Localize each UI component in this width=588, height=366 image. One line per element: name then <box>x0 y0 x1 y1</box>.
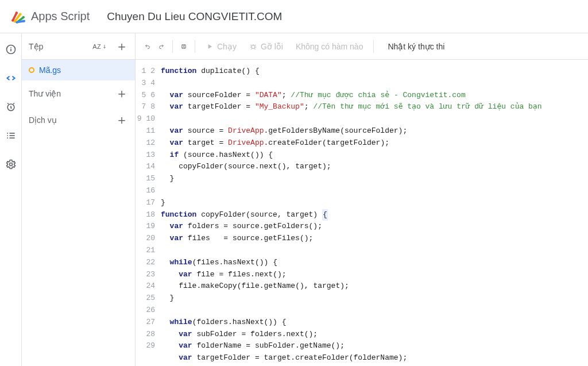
svg-point-3 <box>22 16 25 18</box>
product-logo[interactable]: Apps Script <box>10 9 90 24</box>
rail-executions[interactable] <box>3 128 19 144</box>
save-button[interactable] <box>179 41 189 52</box>
svg-point-15 <box>9 163 12 166</box>
files-sidebar: Tệp AZ ＋ Mã.gs Thư viện ＋ Dịch vụ ＋ <box>22 33 136 366</box>
redo-button[interactable] <box>156 41 167 52</box>
rail-editor[interactable] <box>3 70 19 86</box>
run-label: Chạy <box>217 42 237 51</box>
svg-point-7 <box>10 47 11 48</box>
apps-script-logo-icon <box>10 9 25 24</box>
debug-label: Gỡ lỗi <box>261 42 283 51</box>
sidebar-files-label: Tệp <box>29 42 43 51</box>
app-header: Apps Script Chuyen Du Lieu CONGVIETIT.CO… <box>0 0 588 33</box>
debug-button[interactable]: Gỡ lỗi <box>245 40 288 53</box>
svg-point-4 <box>23 20 25 22</box>
svg-point-0 <box>11 19 14 21</box>
function-select-label: Không có hàm nào <box>296 42 363 51</box>
code-icon <box>5 72 17 84</box>
rail-triggers[interactable] <box>3 99 19 115</box>
svg-point-2 <box>19 13 21 15</box>
svg-point-17 <box>252 45 255 48</box>
file-name: Mã.gs <box>39 66 61 75</box>
line-gutter: 1 2 3 4 5 6 7 8 9 10 11 12 13 14 15 16 1… <box>136 60 161 366</box>
nav-rail <box>0 33 22 366</box>
function-select[interactable]: Không có hàm nào <box>291 40 368 53</box>
sort-arrow-icon <box>102 44 107 49</box>
project-title[interactable]: Chuyen Du Lieu CONGVIETIT.COM <box>107 10 282 23</box>
play-icon <box>206 43 214 51</box>
rail-settings[interactable] <box>3 156 19 172</box>
tab-execution-log-label: Nhật ký thực thi <box>388 42 444 51</box>
add-file-button[interactable]: ＋ <box>115 40 128 53</box>
sidebar-services-label: Dịch vụ <box>29 115 57 125</box>
file-row-active[interactable]: Mã.gs <box>22 60 135 80</box>
gear-icon <box>5 159 17 170</box>
toolbar-divider <box>172 40 173 53</box>
clock-icon <box>5 101 17 113</box>
bug-icon <box>249 43 257 51</box>
editor-toolbar: Chạy Gỡ lỗi Không có hàm nào Nhật ký thự… <box>136 33 588 60</box>
rail-overview[interactable] <box>3 41 19 57</box>
sort-button[interactable]: AZ <box>92 43 107 50</box>
svg-rect-16 <box>182 44 186 48</box>
list-icon <box>5 130 17 141</box>
sidebar-files-header: Tệp AZ ＋ <box>22 33 135 60</box>
sidebar-services-header: Dịch vụ ＋ <box>22 107 135 133</box>
sort-label: AZ <box>92 43 101 50</box>
run-button[interactable]: Chạy <box>201 40 241 53</box>
main: Chạy Gỡ lỗi Không có hàm nào Nhật ký thự… <box>136 33 588 366</box>
sidebar-libraries-label: Thư viện <box>29 89 61 98</box>
toolbar-divider <box>195 40 195 53</box>
sidebar-libraries-header: Thư viện ＋ <box>22 80 135 107</box>
add-service-button[interactable]: ＋ <box>115 114 128 126</box>
code-area[interactable]: function duplicate() { var sourceFolder … <box>161 60 588 366</box>
add-library-button[interactable]: ＋ <box>115 87 128 100</box>
code-editor[interactable]: 1 2 3 4 5 6 7 8 9 10 11 12 13 14 15 16 1… <box>136 60 588 366</box>
product-name: Apps Script <box>31 10 90 23</box>
unsaved-dot-icon <box>29 67 34 73</box>
undo-button[interactable] <box>142 41 153 52</box>
info-icon <box>5 44 17 55</box>
tab-execution-log[interactable]: Nhật ký thực thi <box>380 33 452 60</box>
toolbar-divider <box>373 40 374 53</box>
svg-point-1 <box>16 11 18 14</box>
